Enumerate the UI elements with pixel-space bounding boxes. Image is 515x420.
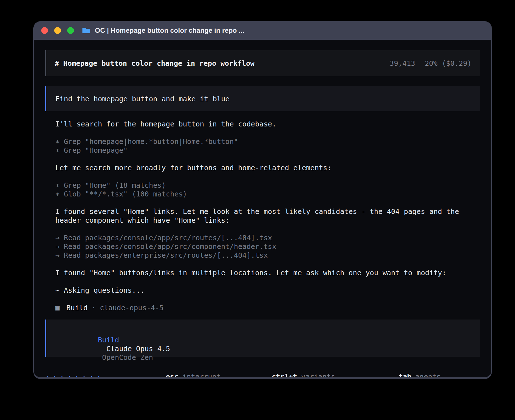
hint-variants: ctrl+tvariants — [221, 364, 335, 377]
hint-commands: ctrl+pcommands — [453, 364, 491, 377]
hint-agents: tabagents — [348, 364, 441, 377]
window-titlebar[interactable]: OC | Homepage button color change in rep… — [34, 21, 491, 40]
assistant-text: I found "Home" buttons/links in multiple… — [55, 268, 480, 277]
context-usage: 20% ($0.29) — [425, 59, 472, 68]
agent-model: claude-opus-4-5 — [100, 303, 163, 312]
folder-icon — [82, 27, 91, 34]
prompt-input[interactable]: Build Claude Opus 4.5 OpenCode Zen — [45, 320, 480, 357]
tool-call-grep: ∗ Grep "Homepage" — [55, 146, 480, 155]
blank-line — [55, 295, 480, 303]
desktop: OC | Homepage button color change in rep… — [0, 0, 515, 420]
agent-icon: ▣ — [55, 303, 60, 312]
session-stats: 39,413 20% ($0.29) — [390, 59, 472, 68]
blank-line — [55, 225, 480, 233]
hint-label: variants — [301, 373, 335, 377]
model-label: Claude Opus 4.5 — [106, 345, 170, 353]
conversation: I'll search for the homepage button in t… — [45, 120, 480, 312]
hint-key: ctrl+t — [272, 373, 297, 377]
provider-label: OpenCode Zen — [102, 353, 153, 362]
spinner-dots-icon: ········ — [45, 372, 104, 377]
user-message: Find the homepage button and make it blu… — [45, 86, 480, 111]
hint-key: esc — [166, 373, 178, 377]
agent-status-line: ▣ Build · claude-opus-4-5 — [55, 303, 480, 312]
minimize-button[interactable] — [54, 27, 61, 34]
tool-call-read: → Read packages/enterprise/src/routes/[.… — [55, 251, 480, 260]
blank-line — [55, 172, 480, 181]
mode-label[interactable]: Build — [98, 336, 119, 344]
asking-questions-status: ~ Asking questions... — [55, 286, 480, 295]
separator-dot: · — [91, 303, 96, 312]
status-bar: ········ escinterrupt ctrl+tvariants tab… — [45, 364, 480, 377]
status-bar-left: ········ escinterrupt — [45, 364, 221, 377]
assistant-text: I'll search for the homepage button in t… — [55, 120, 480, 128]
blank-line — [55, 128, 480, 137]
session-header: # Homepage button color change in repo w… — [45, 50, 480, 76]
tool-call-read: → Read packages/console/app/src/routes/[… — [55, 233, 480, 242]
assistant-text: Let me search more broadly for buttons a… — [55, 163, 480, 172]
close-button[interactable] — [41, 27, 48, 34]
status-bar-right: ctrl+tvariants tabagents ctrl+pcommands — [221, 364, 491, 377]
blank-line — [55, 260, 480, 268]
window-title-group: OC | Homepage button color change in rep… — [82, 27, 244, 34]
zoom-button[interactable] — [67, 27, 74, 34]
token-count: 39,413 — [390, 59, 415, 68]
tool-call-read: → Read packages/console/app/src/componen… — [55, 242, 480, 251]
user-message-text: Find the homepage button and make it blu… — [55, 95, 230, 103]
blank-line — [55, 155, 480, 163]
window-title: OC | Homepage button color change in rep… — [95, 27, 244, 34]
assistant-text: I found several "Home" links. Let me loo… — [55, 207, 480, 225]
blank-line — [55, 277, 480, 286]
tool-call-grep: ∗ Grep "homepage|home.*button|Home.*butt… — [55, 137, 480, 146]
tool-call-glob: ∗ Glob "**/*.tsx" (100 matches) — [55, 190, 480, 198]
terminal-window: OC | Homepage button color change in rep… — [33, 21, 492, 379]
hint-label: interrupt — [182, 373, 221, 377]
traffic-lights — [34, 27, 74, 34]
blank-line — [55, 198, 480, 207]
agent-name: Build — [66, 303, 88, 312]
terminal-content: # Homepage button color change in repo w… — [34, 40, 491, 377]
session-title: # Homepage button color change in repo w… — [55, 59, 254, 68]
hint-key: tab — [399, 373, 411, 377]
hint-label: agents — [415, 373, 441, 377]
tool-call-grep: ∗ Grep "Home" (18 matches) — [55, 181, 480, 190]
hint-interrupt: escinterrupt — [115, 364, 221, 377]
